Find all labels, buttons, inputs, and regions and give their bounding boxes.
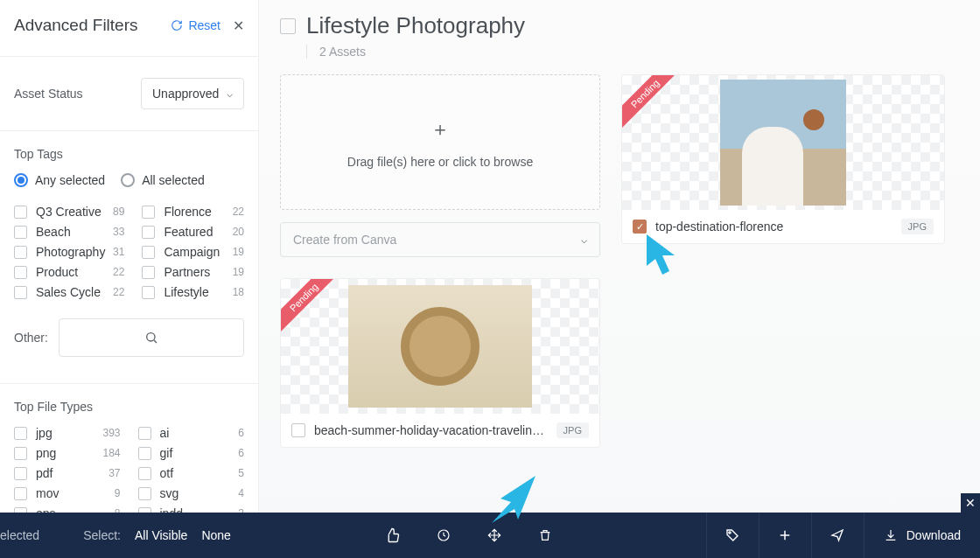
checkbox-icon xyxy=(14,467,27,480)
file-dropzone[interactable]: ＋ Drag file(s) here or click to browse xyxy=(280,74,600,210)
tag-item[interactable]: jpg393 xyxy=(14,426,121,440)
asset-status-value: Unapproved xyxy=(152,87,219,101)
clock-icon[interactable] xyxy=(437,527,451,543)
tag-button[interactable] xyxy=(706,513,759,558)
tag-item[interactable]: gif6 xyxy=(138,446,245,460)
share-button[interactable] xyxy=(811,513,864,558)
tag-item[interactable]: Florence22 xyxy=(142,205,244,219)
asset-status-select[interactable]: Unapproved ⌵ xyxy=(141,78,244,109)
chevron-down-icon: ⌵ xyxy=(581,234,587,246)
tag-item[interactable]: Featured20 xyxy=(142,225,244,239)
tag-item[interactable]: Beach33 xyxy=(14,225,124,239)
tag-item[interactable]: png184 xyxy=(14,446,121,460)
top-tags-section: Top Tags Any selected All selected Q3 Cr… xyxy=(14,131,244,383)
search-icon xyxy=(144,331,158,345)
checkbox-icon xyxy=(14,226,27,239)
checkbox-icon xyxy=(142,266,155,279)
add-button[interactable] xyxy=(759,513,811,558)
dropzone-text: Drag file(s) here or click to browse xyxy=(347,155,533,169)
svg-point-0 xyxy=(147,333,155,341)
tag-item[interactable]: Campaign19 xyxy=(142,245,244,259)
tag-item[interactable]: Sales Cycle22 xyxy=(14,285,124,299)
page-title: Lifestyle Photography xyxy=(306,12,525,39)
refresh-icon xyxy=(171,19,183,31)
checkbox-icon xyxy=(14,286,27,299)
asset-card[interactable]: Pending beach-summer-holiday-vacation-tr… xyxy=(280,278,600,448)
asset-type-badge: JPG xyxy=(556,422,589,438)
checkbox-icon xyxy=(14,427,27,440)
checkbox-icon xyxy=(142,246,155,259)
checkbox-icon xyxy=(138,487,151,500)
checkbox-icon xyxy=(142,206,155,219)
advanced-filters-sidebar: Advanced Filters Reset ✕ Asset Status Un… xyxy=(0,0,259,558)
tag-item[interactable]: pdf37 xyxy=(14,466,121,480)
checkbox-icon xyxy=(138,447,151,460)
select-all-visible-button[interactable]: All Visible xyxy=(135,528,187,542)
thumbs-up-icon[interactable] xyxy=(384,527,400,543)
create-from-canva[interactable]: Create from Canva ⌵ xyxy=(280,222,600,257)
checkbox-icon xyxy=(14,487,27,500)
reset-button[interactable]: Reset xyxy=(171,18,220,32)
trash-icon[interactable] xyxy=(538,527,552,543)
other-tag-search[interactable] xyxy=(59,318,244,357)
tag-item[interactable]: svg4 xyxy=(138,486,245,500)
svg-line-1 xyxy=(154,340,157,343)
checkbox-icon xyxy=(142,226,155,239)
move-icon[interactable] xyxy=(487,527,501,543)
asset-type-badge: JPG xyxy=(901,219,934,234)
radio-icon xyxy=(121,173,135,187)
sidebar-header: Advanced Filters Reset ✕ xyxy=(14,16,244,35)
checkbox-icon xyxy=(14,266,27,279)
asset-checkbox[interactable] xyxy=(291,423,305,437)
tag-item[interactable]: Lifestyle18 xyxy=(142,285,244,299)
checkbox-icon xyxy=(142,286,155,299)
asset-thumbnail xyxy=(281,279,599,414)
tag-item[interactable]: mov9 xyxy=(14,486,121,500)
download-button[interactable]: Download xyxy=(864,513,980,558)
asset-thumbnail xyxy=(622,75,944,210)
asset-status-row: Asset Status Unapproved ⌵ xyxy=(14,57,244,130)
main-content: Lifestyle Photography 2 Assets ＋ Drag fi… xyxy=(259,0,980,558)
checkbox-icon xyxy=(138,427,151,440)
top-tags-label: Top Tags xyxy=(14,147,244,161)
chevron-down-icon: ⌵ xyxy=(227,87,233,100)
radio-all-selected[interactable]: All selected xyxy=(121,173,205,187)
checkbox-icon xyxy=(138,467,151,480)
asset-card[interactable]: Pending ✓ top-destination-florence JPG xyxy=(621,74,945,244)
close-toolbar-button[interactable]: ✕ xyxy=(961,493,980,513)
tag-item[interactable]: otf5 xyxy=(138,466,245,480)
checkbox-icon xyxy=(14,447,27,460)
asset-name: top-destination-florence xyxy=(655,220,892,234)
selected-label: elected xyxy=(0,528,48,542)
select-all-checkbox[interactable] xyxy=(280,18,296,34)
asset-status-label: Asset Status xyxy=(14,87,83,101)
svg-point-3 xyxy=(729,532,731,534)
plus-icon: ＋ xyxy=(430,116,450,143)
tag-item[interactable]: ai6 xyxy=(138,426,245,440)
cursor-annotation-icon xyxy=(641,233,680,282)
assets-count: 2 Assets xyxy=(319,45,366,59)
asset-checkbox[interactable]: ✓ xyxy=(633,220,647,234)
checkbox-icon xyxy=(14,206,27,219)
asset-name: beach-summer-holiday-vacation-traveling-… xyxy=(314,423,548,437)
tag-item[interactable]: Photography31 xyxy=(14,245,124,259)
close-icon[interactable]: ✕ xyxy=(233,17,244,34)
radio-icon xyxy=(14,173,28,187)
radio-any-selected[interactable]: Any selected xyxy=(14,173,105,187)
cursor-annotation-icon xyxy=(485,472,539,527)
select-label: Select: xyxy=(83,528,121,542)
tag-item[interactable]: Product22 xyxy=(14,265,124,279)
select-none-button[interactable]: None xyxy=(201,528,230,542)
checkbox-icon xyxy=(14,246,27,259)
tag-item[interactable]: Partners19 xyxy=(142,265,244,279)
reset-label: Reset xyxy=(188,18,220,32)
tag-item[interactable]: Q3 Creative89 xyxy=(14,205,124,219)
sidebar-title: Advanced Filters xyxy=(14,16,138,35)
other-label: Other: xyxy=(14,331,48,345)
top-file-types-label: Top File Types xyxy=(14,400,244,414)
